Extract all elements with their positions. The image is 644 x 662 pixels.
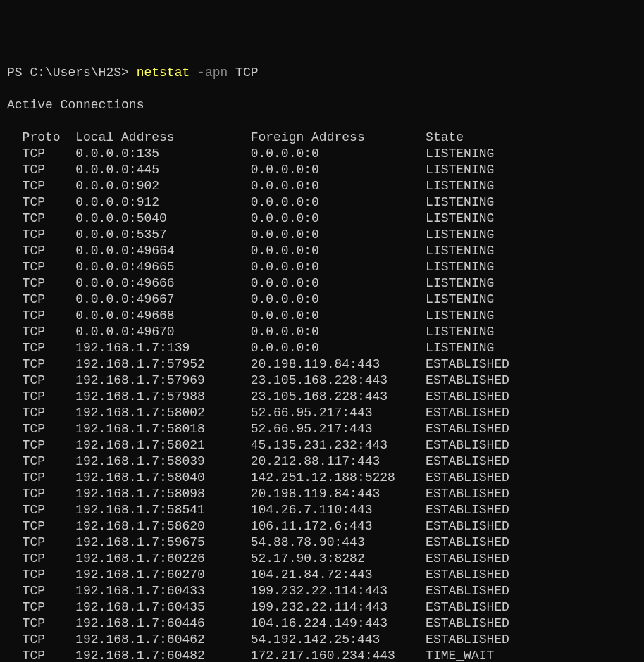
- section-title: Active Connections: [7, 98, 144, 112]
- column-headers: Proto Local Address Foreign Address Stat…: [7, 130, 464, 144]
- prompt-line: PS C:\Users\H2S> netstat -apn TCP: [7, 65, 259, 80]
- command-name: netstat: [137, 65, 190, 80]
- terminal-output[interactable]: PS C:\Users\H2S> netstat -apn TCP Active…: [7, 65, 637, 662]
- prompt-prefix: PS C:\Users\H2S>: [7, 65, 137, 80]
- command-flag: -apn: [197, 65, 228, 80]
- command-arg: TCP: [235, 65, 258, 80]
- connection-rows: TCP 0.0.0.0:135 0.0.0.0:0 LISTENING TCP …: [7, 146, 637, 662]
